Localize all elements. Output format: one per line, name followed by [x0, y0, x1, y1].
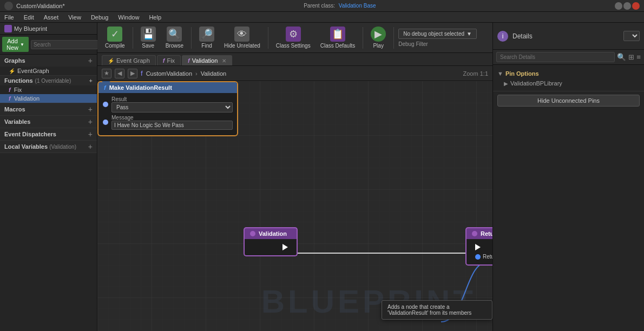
pin-options-title: Pin Options [505, 70, 539, 77]
tab-fix[interactable]: f Fix [157, 55, 181, 65]
return-value-row: Return Value [471, 252, 492, 261]
result-field-row: Result Pass Fail [103, 96, 233, 112]
add-new-button[interactable]: Add New ▼ [2, 37, 29, 52]
tab-bar: ⚡ Event Graph f Fix f Validation ✕ [97, 53, 492, 66]
compile-button[interactable]: ✓ Compile [102, 25, 128, 50]
result-field-select[interactable]: Pass Fail [111, 102, 233, 112]
menu-asset[interactable]: Asset [42, 14, 61, 21]
toolbar: ✓ Compile 💾 Save 🔍 Browse 🔎 Find 👁 Hide … [97, 23, 492, 53]
window-title: CustomValidation* [16, 3, 65, 9]
message-field-input[interactable] [111, 121, 233, 130]
search-details-icon-button[interactable]: 🔍 [617, 53, 626, 61]
make-node-header: f Make ValidationResult [98, 82, 237, 93]
result-pin [103, 102, 108, 107]
hide-unrelated-button[interactable]: 👁 Hide Unrelated [221, 25, 264, 50]
parent-class-value: Validation Base [339, 3, 376, 9]
breadcrumb-bar: ★ ◀ ▶ f CustomValidation › Validation Zo… [97, 66, 492, 81]
message-pin [103, 120, 108, 125]
browse-button[interactable]: 🔍 Browse [162, 25, 187, 50]
local-variables-header[interactable]: Local Variables (Validation) + [0, 141, 97, 153]
fix-tab-icon: f [163, 57, 165, 64]
play-button[interactable]: ▶ Play [367, 25, 389, 50]
menu-file[interactable]: File [2, 14, 16, 21]
search-details-input[interactable] [496, 52, 615, 62]
functions-header[interactable]: Functions (1 Overridable) + [0, 76, 97, 85]
tab-validation[interactable]: f Validation ✕ [182, 55, 232, 65]
validation-node-icon [250, 231, 255, 236]
find-icon: 🔎 [199, 27, 214, 42]
compile-icon: ✓ [107, 27, 122, 42]
minimize-button[interactable] [615, 2, 622, 10]
debug-object-dropdown[interactable]: No debug object selected ▼ [398, 29, 477, 39]
make-node-func-icon: f [104, 84, 106, 91]
hide-unrelated-icon: 👁 [234, 27, 249, 42]
back-button[interactable]: ◀ [115, 69, 124, 78]
blueprint-search-input[interactable] [31, 40, 105, 49]
center-area: ✓ Compile 💾 Save 🔍 Browse 🔎 Find 👁 Hide … [97, 23, 492, 331]
message-field-label: Message [111, 115, 233, 121]
blueprint-icon [4, 25, 12, 32]
event-dispatchers-header[interactable]: Event Dispatchers + [0, 128, 97, 140]
macros-section: Macros + [0, 103, 97, 116]
maximize-button[interactable] [623, 2, 631, 10]
separator-5 [393, 27, 394, 49]
fix-function-item[interactable]: f Fix [0, 85, 97, 94]
save-button[interactable]: 💾 Save [137, 25, 159, 50]
search-details-bar: 🔍 ⊞ ≡ [493, 50, 644, 65]
exec-in-pin [475, 244, 481, 250]
save-icon: 💾 [141, 27, 156, 42]
event-graph-item[interactable]: ⚡ EventGraph [0, 67, 97, 75]
menu-window[interactable]: Window [116, 14, 141, 21]
view-layout-button[interactable]: ≡ [636, 53, 641, 61]
breadcrumb-func-icon: f [141, 69, 143, 77]
view-options-button[interactable]: ⊞ [628, 53, 634, 61]
class-defaults-button[interactable]: 📋 Class Defaults [317, 25, 358, 50]
make-node-anchor: ⬛ [102, 81, 110, 82]
class-settings-button[interactable]: ⚙ Class Settings [273, 25, 314, 50]
class-defaults-icon: 📋 [330, 27, 345, 42]
blueprint-canvas[interactable]: Validation Return Node [97, 81, 492, 331]
breadcrumb-path: CustomValidation [146, 70, 192, 77]
local-variables-add-button[interactable]: + [88, 142, 93, 151]
title-bar: CustomValidation* Parent class: Validati… [0, 0, 644, 12]
event-dispatchers-add-button[interactable]: + [88, 130, 93, 138]
details-title: Details [512, 32, 533, 40]
validation-tab-close[interactable]: ✕ [222, 58, 226, 64]
separator-4 [363, 27, 363, 49]
menu-view[interactable]: View [66, 14, 83, 21]
menu-edit[interactable]: Edit [22, 14, 36, 21]
graphs-title: Graphs [4, 57, 25, 64]
variables-add-button[interactable]: + [88, 117, 93, 126]
graphs-add-button[interactable]: + [88, 56, 93, 65]
tooltip-text: Adds a node that create a 'ValidationRes… [387, 304, 471, 316]
menu-debug[interactable]: Debug [89, 14, 110, 21]
validation-exec-out-row [249, 242, 292, 252]
separator-3 [268, 27, 268, 49]
tab-event-graph[interactable]: ⚡ Event Graph [102, 55, 156, 65]
validation-function-item[interactable]: f Validation [0, 94, 97, 103]
left-toolbar: Add New ▼ 👁 ⚙ [0, 35, 97, 55]
left-panel: My Blueprint Add New ▼ 👁 ⚙ Graphs + ⚡ Ev… [0, 23, 97, 331]
my-blueprint-label: My Blueprint [14, 25, 47, 32]
close-button[interactable] [632, 2, 640, 10]
functions-add-button[interactable]: + [89, 77, 93, 84]
bookmark-button[interactable]: ★ [102, 69, 111, 78]
validation-bp-library-row[interactable]: ▶ ValidationBPLibrary [497, 79, 640, 88]
variables-header[interactable]: Variables + [0, 116, 97, 128]
make-node-title: Make ValidationResult [109, 84, 172, 91]
menu-help[interactable]: Help [147, 14, 163, 21]
validation-bp-arrow: ▶ [504, 81, 508, 87]
hide-unconnected-pins-button[interactable]: Hide Unconnected Pins [497, 95, 640, 107]
macros-header[interactable]: Macros + [0, 103, 97, 115]
find-button[interactable]: 🔎 Find [196, 25, 218, 50]
details-dropdown[interactable] [623, 31, 640, 41]
event-dispatchers-title: Event Dispatchers [4, 131, 56, 137]
macros-add-button[interactable]: + [88, 105, 93, 114]
pin-options-arrow: ▼ [497, 70, 503, 77]
forward-button[interactable]: ▶ [128, 69, 137, 78]
variables-title: Variables [4, 118, 30, 125]
graphs-header[interactable]: Graphs + [0, 55, 97, 67]
class-settings-icon: ⚙ [286, 27, 301, 42]
pin-options-header: ▼ Pin Options [497, 68, 640, 79]
return-node-icon [472, 231, 477, 236]
